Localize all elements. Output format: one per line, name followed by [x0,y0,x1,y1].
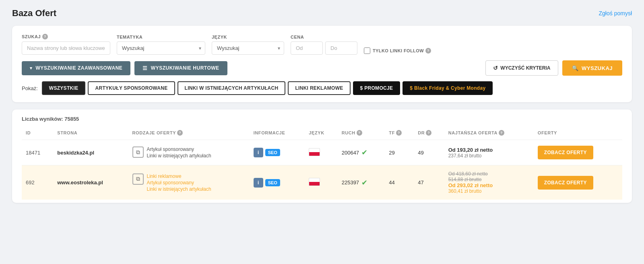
tab-reklamowe[interactable]: LINKI REKLAMOWE [288,81,350,95]
action-left: ▾ WYSZUKIWANIE ZAAWANSOWANE ☰ WYSZUKIWAN… [22,61,227,75]
dr-help-icon[interactable]: ? [426,130,431,136]
row2-dr: 47 [414,165,444,200]
col-najtansza: NAJTAŃSZA OFERTA ? [444,128,534,140]
reset-icon: ↺ [493,65,498,71]
see-offers-button[interactable]: ZOBACZ OFERTY [538,146,593,159]
follow-checkbox[interactable] [364,47,370,54]
price-od-input[interactable] [291,41,323,55]
table-row: 18471 beskidzka24.pl ⧉ Artykuł sponsorow… [22,140,622,165]
cena-field-group: CENA [291,35,357,55]
row2-site: www.eostroleka.pl [53,165,128,200]
verified-icon: ✔ [361,148,367,157]
tab-istniejace[interactable]: LINKI W ISTNIEJĄCYCH ARTYKUŁACH [178,81,286,95]
col-strona: STRONA [53,128,128,140]
tab-black-friday[interactable]: $ Black Friday & Cyber Monday [402,81,493,95]
action-row: ▾ WYSZUKIWANIE ZAAWANSOWANE ☰ WYSZUKIWAN… [22,60,622,76]
results-panel: Liczba wyników: 75855 ID STRONA RODZAJE … [12,109,632,203]
col-jezyk: JĘZYK [305,128,337,140]
dollar-icon: $ [360,85,363,91]
szukaj-label: SZUKAJ ? [22,34,110,39]
jezyk-field-group: JĘZYK Wyszukaj [212,35,284,55]
search-button[interactable]: 🔍 WYSZUKAJ [562,60,622,76]
row2-id: 692 [22,165,53,200]
col-oferty: OFERTY [534,128,622,140]
follow-help-icon[interactable]: ? [425,48,431,54]
row2-oferty-btn: ZOBACZ OFERTY [534,165,622,200]
row2-offers: ⧉ Linki reklamowe Artykuł sponsorowany L… [128,165,250,200]
pl-flag [309,178,320,186]
table-row: 692 www.eostroleka.pl ⧉ Linki reklamowe … [22,165,622,200]
search-panel: SZUKAJ ? TEMATYKA Wyszukaj JĘZYK [12,26,632,102]
search-icon: 🔍 [572,65,579,71]
row2-jezyk [305,165,337,200]
ruch-help-icon[interactable]: ? [357,130,362,136]
col-informacje: INFORMACJE [250,128,305,140]
jezyk-label: JĘZYK [212,35,284,39]
row2-price: Od 418,60 zł netto 514,88 zł brutto Od 2… [444,165,534,200]
follow-label: TYLKO LINKI FOLLOW ? [373,48,431,54]
results-count: Liczba wyników: 75855 [22,116,622,122]
price-inputs [291,41,357,55]
info-badge[interactable]: i [254,148,263,157]
search-name-input[interactable] [22,41,110,55]
tematyka-select[interactable]: Wyszukaj [117,41,205,55]
col-tf: TF ? [385,128,414,140]
col-dr: DR ? [414,128,444,140]
jezyk-select[interactable]: Wyszukaj [212,41,284,55]
row2-tf: 44 [385,165,414,200]
table-header-row: ID STRONA RODZAJE OFERTY ? INFORMACJE JĘ… [22,128,622,140]
results-table: ID STRONA RODZAJE OFERTY ? INFORMACJE JĘ… [22,128,622,200]
tematyka-field-group: TEMATYKA Wyszukaj [117,35,205,55]
seo-badge[interactable]: SEO [265,149,280,156]
row1-site: beskidzka24.pl [53,140,128,165]
row1-traffic: 200647 ✔ [338,140,385,165]
jezyk-select-wrapper: Wyszukaj [212,41,284,55]
bulk-search-button[interactable]: ☰ WYSZUKIWANIE HURTOWE [134,61,227,75]
col-id: ID [22,128,53,140]
tab-sponsorowane[interactable]: ARTYKUŁY SPONSOROWANE [88,81,175,95]
pl-flag [309,148,320,156]
show-label: Pokaż: [22,85,38,91]
copy-icon[interactable]: ⧉ [132,173,144,185]
advanced-search-button[interactable]: ▾ WYSZUKIWANIE ZAAWANSOWANE [22,61,130,75]
cena-label: CENA [291,35,357,39]
row1-id: 18471 [22,140,53,165]
najtansza-help-icon[interactable]: ? [499,130,504,136]
page-header: Baza Ofert Zgłoś pomysł [12,8,632,19]
clear-criteria-button[interactable]: ↺ WYCZYŚĆ KRYTERIA [485,60,558,76]
suggest-link[interactable]: Zgłoś pomysł [599,10,632,16]
page-title: Baza Ofert [12,8,56,19]
list-icon: ☰ [142,65,148,71]
seo-badge[interactable]: SEO [265,179,280,186]
dollar-bf-icon: $ [410,85,413,91]
price-do-input[interactable] [325,41,357,55]
row1-offers: ⧉ Artykuł sponsorowany Linki w istniejąc… [128,140,250,165]
action-right: ↺ WYCZYŚĆ KRYTERIA 🔍 WYSZUKAJ [485,60,622,76]
szukaj-help-icon[interactable]: ? [42,34,48,39]
see-offers-button[interactable]: ZOBACZ OFERTY [538,176,593,190]
row2-traffic: 225397 ✔ [338,165,385,200]
row1-tf: 29 [385,140,414,165]
filter-tabs: Pokaż: WSZYSTKIE ARTYKUŁY SPONSOROWANE L… [22,81,622,95]
szukaj-field-group: SZUKAJ ? [22,34,110,55]
col-rodzaje: RODZAJE OFERTY ? [128,128,250,140]
row1-info: i SEO [250,140,305,165]
tf-help-icon[interactable]: ? [396,130,402,136]
verified-icon: ✔ [361,178,367,187]
info-badge[interactable]: i [254,178,263,188]
col-ruch: RUCH ? [338,128,385,140]
row1-price: Od 193,20 zł netto 237,64 zł brutto [444,140,534,165]
row1-oferty-btn: ZOBACZ OFERTY [534,140,622,165]
tematyka-select-wrapper: Wyszukaj [117,41,205,55]
tab-promocje[interactable]: $ PROMOCJE [353,81,400,95]
tab-wszystkie[interactable]: WSZYSTKIE [42,81,86,95]
row1-dr: 49 [414,140,444,165]
row1-jezyk [305,140,337,165]
row2-info: i SEO [250,165,305,200]
chevron-down-icon: ▾ [30,66,33,71]
tematyka-label: TEMATYKA [117,35,205,39]
copy-icon[interactable]: ⧉ [132,146,144,158]
rodzaje-help-icon[interactable]: ? [177,130,183,136]
follow-checkbox-group: TYLKO LINKI FOLLOW ? [364,47,431,55]
